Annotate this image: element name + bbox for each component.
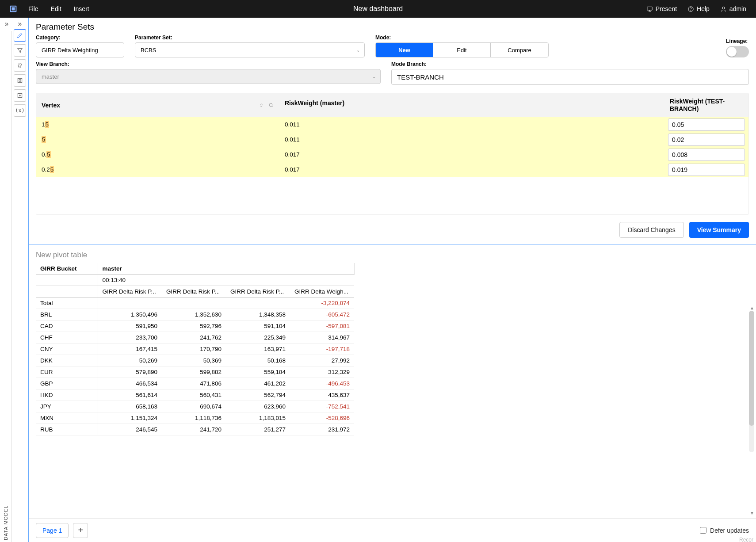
- branch-input[interactable]: [668, 149, 745, 161]
- pivot-cell: -597,081: [290, 320, 354, 332]
- menu-edit[interactable]: Edit: [45, 5, 68, 12]
- pivot-cell: 50,269: [98, 355, 162, 366]
- tool-edit[interactable]: [14, 29, 26, 42]
- svg-point-3: [722, 7, 725, 9]
- pivot-cell: 27,992: [290, 355, 354, 366]
- pivot-cell: 1,118,736: [162, 412, 226, 424]
- pivot-cell: -752,541: [290, 401, 354, 412]
- col-vertex: Vertex: [42, 102, 60, 109]
- tool-add-panel[interactable]: [14, 89, 26, 102]
- pivot-col-header[interactable]: GIRR Delta Weigh...: [290, 286, 354, 297]
- present-button[interactable]: Present: [641, 5, 682, 12]
- view-branch-select: master ⌄: [36, 69, 381, 84]
- content-area: Parameter Sets Category: GIRR Delta Weig…: [28, 18, 756, 542]
- risk-weight-table: Vertex RiskWeight (master) RiskWeight (T…: [36, 93, 749, 215]
- collapse-controls: » »: [0, 18, 27, 30]
- user-button[interactable]: admin: [715, 5, 752, 12]
- pivot-row-header: BRL: [36, 309, 98, 320]
- pivot-cell: 471,806: [162, 378, 226, 389]
- pivot-col-header[interactable]: GIRR Delta Risk P...: [226, 286, 290, 297]
- vertex-cell: 0.5: [36, 151, 279, 158]
- parameter-set-select[interactable]: BCBS ⌄: [135, 42, 365, 57]
- tool-parameters[interactable]: [14, 59, 26, 72]
- pivot-row: BRL1,350,4961,352,6301,348,358-605,472: [36, 309, 354, 320]
- help-button[interactable]: Help: [682, 5, 715, 12]
- defer-updates-checkbox[interactable]: [700, 527, 706, 534]
- collapse-right-icon[interactable]: »: [13, 18, 27, 30]
- pivot-cell: 1,151,324: [98, 412, 162, 424]
- pivot-cell: 233,700: [98, 332, 162, 343]
- svg-rect-4: [18, 78, 22, 82]
- parameter-sets-widget: Parameter Sets Category: GIRR Delta Weig…: [29, 18, 756, 244]
- pivot-cell: 658,163: [98, 401, 162, 412]
- pivot-cell: 241,762: [162, 332, 226, 343]
- category-label: Category:: [36, 34, 124, 41]
- pivot-row-header: EUR: [36, 366, 98, 378]
- collapse-left-icon[interactable]: »: [0, 18, 13, 30]
- pivot-cell: -605,472: [290, 309, 354, 320]
- mode-branch-input[interactable]: [391, 69, 749, 85]
- scroll-up-icon[interactable]: ▲: [750, 305, 754, 310]
- svg-point-7: [269, 103, 272, 107]
- lineage-toggle[interactable]: [726, 46, 749, 57]
- pivot-cell: 579,890: [98, 366, 162, 378]
- tool-filter[interactable]: [14, 44, 26, 57]
- pivot-cell: -528,696: [290, 412, 354, 424]
- add-page-button[interactable]: +: [73, 523, 88, 538]
- discard-changes-button[interactable]: Discard Changes: [619, 222, 683, 238]
- pivot-row: EUR579,890599,882559,184312,329: [36, 366, 354, 378]
- branch-input[interactable]: [668, 164, 745, 176]
- pivot-row: MXN1,151,3241,118,7361,183,015-528,696: [36, 412, 354, 424]
- category-select[interactable]: GIRR Delta Weighting: [36, 42, 124, 57]
- pivot-col-header[interactable]: GIRR Delta Risk P...: [98, 286, 162, 297]
- data-model-rail[interactable]: DATA MODEL: [0, 31, 11, 542]
- mode-group: New Edit Compare: [375, 42, 549, 57]
- pivot-row: JPY658,163690,674623,960-752,541: [36, 401, 354, 412]
- mode-new-button[interactable]: New: [376, 43, 433, 57]
- col-riskweight-branch: RiskWeight (TEST-BRANCH): [664, 93, 748, 117]
- pivot-cell: 231,972: [290, 424, 354, 435]
- tool-square[interactable]: [14, 74, 26, 87]
- search-icon[interactable]: [268, 102, 274, 108]
- defer-updates[interactable]: Defer updates: [700, 527, 749, 534]
- mode-edit-button[interactable]: Edit: [433, 43, 491, 57]
- monitor-icon: [646, 6, 653, 12]
- table-row: 50.011: [36, 132, 748, 147]
- pivot-row-header: DKK: [36, 355, 98, 366]
- menu-insert[interactable]: Insert: [68, 5, 95, 12]
- scroll-down-icon[interactable]: ▼: [750, 511, 754, 515]
- pivot-row: CAD591,950592,796591,104-597,081: [36, 320, 354, 332]
- pivot-cell: -496,453: [290, 378, 354, 389]
- scrollbar[interactable]: [749, 311, 754, 452]
- pivot-cell: 599,882: [162, 366, 226, 378]
- mode-compare-button[interactable]: Compare: [491, 43, 548, 57]
- pivot-cell: 312,329: [290, 366, 354, 378]
- pivot-cell: 1,352,630: [162, 309, 226, 320]
- page-tab-1[interactable]: Page 1: [36, 523, 69, 538]
- view-summary-button[interactable]: View Summary: [689, 222, 749, 238]
- menu-file[interactable]: File: [22, 5, 45, 12]
- mode-branch-label: Mode Branch:: [391, 61, 749, 67]
- pivot-row-header: MXN: [36, 412, 98, 424]
- pivot-row-header: HKD: [36, 389, 98, 401]
- table-row: 0.250.017: [36, 162, 748, 177]
- pivot-cell: 225,349: [226, 332, 290, 343]
- pivot-cell: 1,183,015: [226, 412, 290, 424]
- branch-input[interactable]: [668, 118, 745, 131]
- pivot-row: RUB246,545241,720251,277231,972: [36, 424, 354, 435]
- tool-variable[interactable]: (x): [14, 104, 26, 117]
- pivot-row: GBP466,534471,806461,202-496,453: [36, 378, 354, 389]
- pivot-cell: 170,790: [162, 343, 226, 355]
- branch-input[interactable]: [668, 134, 745, 146]
- app-bar: File Edit Insert New dashboard Present H…: [0, 0, 756, 18]
- master-cell: 0.017: [279, 151, 664, 158]
- pivot-cell: 163,971: [226, 343, 290, 355]
- sort-icon[interactable]: [258, 102, 264, 108]
- master-cell: 0.017: [279, 166, 664, 173]
- vertex-cell: 5: [36, 136, 279, 143]
- pivot-col-header[interactable]: GIRR Delta Risk P...: [162, 286, 226, 297]
- pivot-cell: 50,168: [226, 355, 290, 366]
- pivot-cell: 50,369: [162, 355, 226, 366]
- vertex-cell: 15: [36, 121, 279, 128]
- pivot-cell: 241,720: [162, 424, 226, 435]
